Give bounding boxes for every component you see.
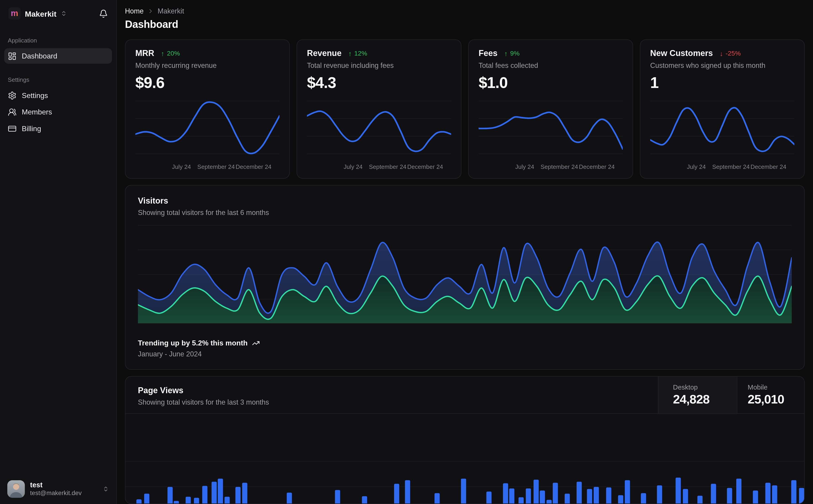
- sidebar-item-settings[interactable]: Settings: [4, 88, 112, 103]
- page-views-header: Page Views Showing total visitors for th…: [125, 377, 804, 414]
- breadcrumb-home-link[interactable]: Home: [125, 7, 144, 15]
- page-views-card: Page Views Showing total visitors for th…: [125, 376, 805, 504]
- x-tick: December 24: [579, 164, 615, 170]
- bar: [174, 501, 179, 503]
- sidebar: m Makerkit Application Dashboard Setting…: [0, 0, 117, 504]
- credit-card-icon: [8, 124, 17, 133]
- toggle-label: Mobile: [748, 383, 804, 391]
- stat-value: $1.0: [479, 74, 623, 92]
- stat-cards-row: MRR ↑20% Monthly recurring revenue $9.6 …: [125, 39, 805, 179]
- visitors-footer: Trending up by 5.2% this month January -…: [138, 339, 792, 358]
- trend-value: -25%: [726, 50, 741, 57]
- toggle-mobile[interactable]: Mobile 25,010: [737, 377, 804, 413]
- bar: [546, 500, 551, 504]
- bar: [765, 483, 771, 504]
- trend-badge: ↑20%: [161, 50, 180, 57]
- stat-title: Revenue: [307, 49, 341, 58]
- bar: [202, 486, 208, 504]
- stat-title: MRR: [135, 49, 154, 58]
- bar: [487, 492, 492, 504]
- bar: [136, 499, 141, 504]
- stat-card-new-customers: New Customers ↓-25% Customers who signed…: [640, 39, 805, 179]
- trend-value: 9%: [510, 50, 519, 57]
- toggle-desktop[interactable]: Desktop 24,828: [658, 377, 737, 413]
- user-menu[interactable]: test test@makerkit.dev: [0, 475, 116, 504]
- users-icon: [8, 107, 17, 116]
- bar: [772, 485, 777, 503]
- new-customers-trend-chart: [650, 96, 794, 160]
- workspace-switcher[interactable]: m Makerkit: [0, 0, 116, 25]
- bar: [736, 479, 742, 504]
- bar: [676, 477, 681, 503]
- user-email: test@makerkit.dev: [30, 490, 82, 497]
- bar: [587, 489, 592, 503]
- bar: [657, 485, 662, 503]
- toggle-value: 25,010: [748, 392, 804, 406]
- stat-subtitle: Total fees collected: [479, 62, 623, 69]
- trending-up-icon: [252, 339, 260, 347]
- sidebar-item-billing[interactable]: Billing: [4, 121, 112, 136]
- bar: [335, 490, 340, 504]
- app-window: m Makerkit Application Dashboard Setting…: [0, 0, 813, 504]
- x-axis: July 24 September 24 December 24: [479, 163, 623, 172]
- arrow-down-icon: ↓: [720, 50, 723, 57]
- notifications-button[interactable]: [99, 9, 108, 18]
- layout-dashboard-icon: [8, 52, 17, 61]
- trend-value: 12%: [354, 50, 367, 57]
- visitors-trend-text: Trending up by 5.2% this month: [138, 339, 248, 347]
- page-title: Dashboard: [125, 19, 805, 31]
- x-tick: December 24: [751, 164, 786, 170]
- bar: [727, 488, 732, 504]
- stat-card-revenue: Revenue ↑12% Total revenue including fee…: [297, 39, 461, 179]
- arrow-up-icon: ↑: [348, 50, 352, 57]
- revenue-trend-chart: [307, 96, 451, 160]
- x-tick: December 24: [236, 164, 272, 170]
- bar: [625, 480, 630, 504]
- visitors-area-chart: [138, 225, 792, 328]
- stat-value: $9.6: [135, 74, 280, 92]
- stat-card-fees: Fees ↑9% Total fees collected $1.0 July …: [468, 39, 633, 179]
- sidebar-item-label: Billing: [22, 124, 41, 133]
- x-tick: December 24: [407, 164, 443, 170]
- bar: [518, 497, 523, 504]
- bar: [167, 487, 173, 504]
- x-axis: July 24 September 24 December 24: [135, 163, 280, 172]
- bar: [394, 484, 400, 504]
- page-views-title: Page Views: [138, 386, 646, 395]
- bar: [287, 493, 292, 504]
- bar: [212, 482, 217, 504]
- trend-badge: ↑12%: [348, 50, 367, 57]
- bar: [618, 495, 624, 503]
- x-tick: July 24: [172, 164, 191, 170]
- bar: [509, 488, 514, 504]
- x-axis: July 24 September 24 December 24: [650, 163, 794, 172]
- stat-value: 1: [650, 74, 794, 92]
- x-tick: September 24: [369, 164, 406, 170]
- bar: [461, 479, 466, 504]
- stat-title: New Customers: [650, 49, 713, 58]
- workspace-name: Makerkit: [25, 9, 56, 18]
- bar: [606, 487, 611, 503]
- arrow-up-icon: ↑: [504, 50, 508, 57]
- sidebar-item-dashboard[interactable]: Dashboard: [4, 48, 112, 64]
- x-tick: July 24: [515, 164, 534, 170]
- bar: [553, 483, 558, 504]
- makerkit-logo: m: [8, 7, 21, 20]
- breadcrumb-current[interactable]: Makerkit: [157, 7, 184, 15]
- x-tick: July 24: [344, 164, 363, 170]
- bar: [144, 494, 149, 504]
- bar: [593, 487, 599, 504]
- bar: [186, 497, 191, 503]
- stat-subtitle: Monthly recurring revenue: [135, 62, 280, 69]
- fees-trend-chart: [479, 96, 623, 160]
- visitors-subtitle: Showing total visitors for the last 6 mo…: [138, 209, 792, 217]
- visitors-card: Visitors Showing total visitors for the …: [125, 185, 805, 370]
- bar: [540, 491, 545, 504]
- chevron-right-icon: [147, 8, 154, 14]
- sidebar-item-members[interactable]: Members: [4, 104, 112, 120]
- visitors-date-range: January - June 2024: [138, 350, 792, 358]
- bell-icon: [99, 9, 108, 18]
- bar: [194, 498, 199, 504]
- nav-section-settings: Settings: [0, 77, 116, 83]
- stat-value: $4.3: [307, 74, 451, 92]
